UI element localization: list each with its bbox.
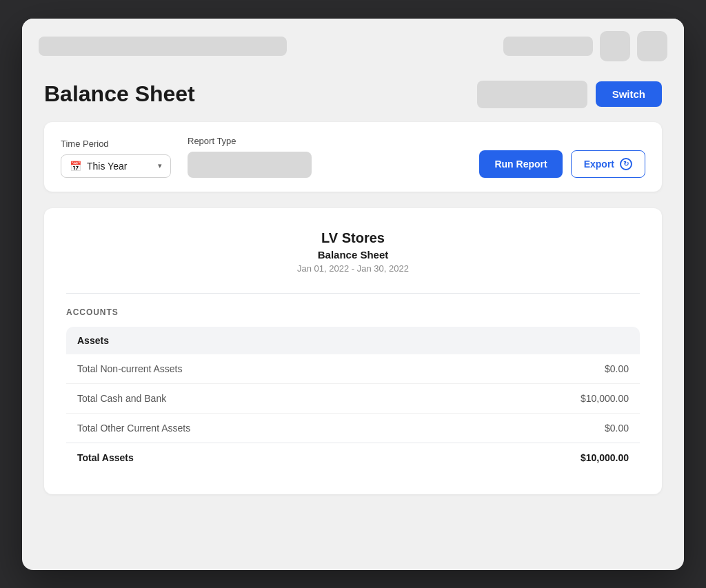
page-title: Balance Sheet bbox=[44, 81, 195, 107]
top-bar-right bbox=[503, 31, 667, 61]
row-label: Total Non-current Assets bbox=[66, 354, 443, 384]
total-row: Total Assets $10,000.00 bbox=[66, 443, 640, 472]
export-label: Export bbox=[584, 159, 614, 170]
total-label: Total Assets bbox=[66, 443, 443, 472]
skeleton-search bbox=[477, 81, 587, 108]
report-header: LV Stores Balance Sheet Jan 01, 2022 - J… bbox=[66, 230, 640, 274]
accounts-section-label: ACCOUNTS bbox=[66, 307, 640, 317]
report-type-group: Report Type bbox=[188, 136, 312, 178]
run-report-button[interactable]: Run Report bbox=[479, 150, 562, 178]
total-amount: $10,000.00 bbox=[443, 443, 640, 472]
skeleton-icon-1 bbox=[600, 31, 630, 61]
calendar-icon: 📅 bbox=[70, 161, 81, 172]
time-period-select[interactable]: 📅 This Year ▾ bbox=[61, 154, 171, 178]
table-row: Total Non-current Assets $0.00 bbox=[66, 354, 640, 384]
report-card: LV Stores Balance Sheet Jan 01, 2022 - J… bbox=[44, 208, 662, 494]
row-amount: $0.00 bbox=[443, 413, 640, 443]
skeleton-action bbox=[503, 37, 593, 56]
report-company: LV Stores bbox=[66, 230, 640, 246]
top-bar-left bbox=[39, 37, 495, 56]
page-header: Balance Sheet Switch bbox=[44, 74, 662, 108]
report-date-range: Jan 01, 2022 - Jan 30, 2022 bbox=[66, 263, 640, 274]
filter-card: Time Period 📅 This Year ▾ Report Type Ru… bbox=[44, 122, 662, 192]
table-row: Total Other Current Assets $0.00 bbox=[66, 413, 640, 443]
header-right: Switch bbox=[477, 81, 662, 108]
export-button[interactable]: Export ↻ bbox=[571, 150, 645, 178]
report-type-label: Report Type bbox=[188, 136, 312, 146]
report-divider bbox=[66, 293, 640, 294]
row-amount: $10,000.00 bbox=[443, 383, 640, 413]
main-window: Balance Sheet Switch Time Period 📅 This … bbox=[22, 19, 684, 570]
switch-button[interactable]: Switch bbox=[596, 81, 662, 107]
time-period-label: Time Period bbox=[61, 139, 171, 149]
filter-actions: Run Report Export ↻ bbox=[479, 150, 645, 178]
row-label: Total Other Current Assets bbox=[66, 413, 443, 443]
row-label: Total Cash and Bank bbox=[66, 383, 443, 413]
assets-header: Assets bbox=[66, 327, 443, 354]
report-type-select-skeleton[interactable] bbox=[188, 152, 312, 178]
table-row: Total Cash and Bank $10,000.00 bbox=[66, 383, 640, 413]
report-title-text: Balance Sheet bbox=[66, 249, 640, 261]
skeleton-nav bbox=[39, 37, 287, 56]
main-content: Balance Sheet Switch Time Period 📅 This … bbox=[22, 74, 684, 494]
export-icon: ↻ bbox=[620, 158, 632, 170]
accounts-table: Assets Total Non-current Assets $0.00 To… bbox=[66, 327, 640, 472]
amount-header bbox=[443, 327, 640, 354]
table-header-row: Assets bbox=[66, 327, 640, 354]
chevron-down-icon: ▾ bbox=[158, 161, 162, 170]
skeleton-icon-2 bbox=[637, 31, 667, 61]
top-bar bbox=[22, 19, 684, 74]
row-amount: $0.00 bbox=[443, 354, 640, 384]
time-period-group: Time Period 📅 This Year ▾ bbox=[61, 139, 171, 178]
time-period-value: This Year bbox=[87, 161, 152, 172]
